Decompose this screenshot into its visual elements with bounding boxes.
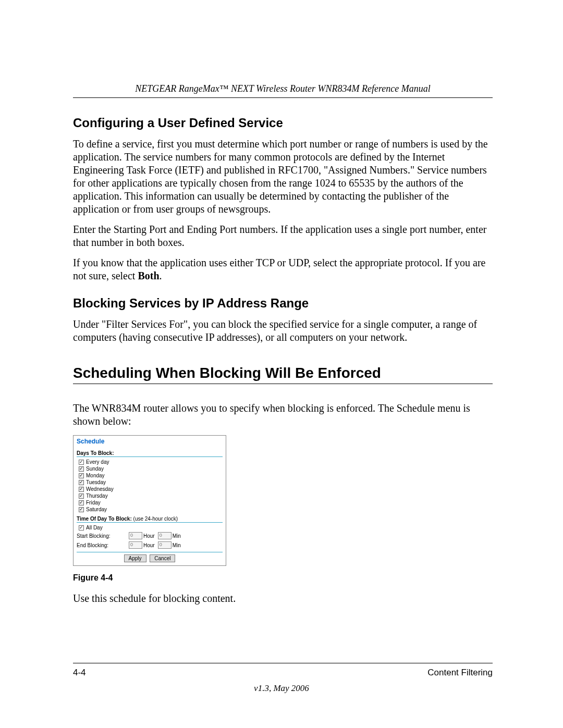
paragraph: Enter the Starting Port and Ending Port … — [73, 223, 493, 249]
schedule-title: Schedule — [77, 438, 223, 445]
checkbox-row-everyday[interactable]: ✓ Every day — [77, 459, 223, 465]
checkbox-label: Sunday — [86, 466, 104, 472]
footer-version: v1.3, May 2006 — [0, 683, 563, 694]
footer-section: Content Filtering — [427, 668, 493, 678]
cancel-button[interactable]: Cancel — [150, 554, 175, 562]
apply-button[interactable]: Apply — [124, 554, 146, 562]
checkbox-label: Saturday — [86, 507, 107, 512]
end-hour-field[interactable]: 0 — [129, 541, 142, 549]
checkbox-label: All Day — [86, 525, 103, 530]
checkbox-row-saturday[interactable]: ✓ Saturday — [77, 506, 223, 513]
time-of-day-heading: Time Of Day To Block: (use 24-hour clock… — [77, 516, 223, 523]
checkbox-icon: ✓ — [79, 525, 84, 530]
start-hour-field[interactable]: 0 — [129, 532, 142, 539]
schedule-panel: Schedule Days To Block: ✓ Every day ✓ Su… — [73, 435, 226, 566]
days-to-block-heading: Days To Block: — [77, 450, 223, 457]
paragraph: If you know that the application uses ei… — [73, 256, 493, 282]
checkbox-row-sunday[interactable]: ✓ Sunday — [77, 465, 223, 472]
start-blocking-row: Start Blocking: 0Hour 0Min — [77, 531, 223, 540]
text: If you know that the application uses ei… — [73, 257, 485, 281]
figure-caption: Figure 4-4 — [73, 573, 493, 583]
checkbox-icon: ✓ — [79, 507, 84, 512]
min-unit: Min — [173, 533, 181, 539]
checkbox-label: Friday — [86, 500, 101, 505]
checkbox-icon: ✓ — [79, 460, 84, 465]
checkbox-icon: ✓ — [79, 473, 84, 478]
text: . — [160, 270, 162, 281]
heading-scheduling: Scheduling When Blocking Will Be Enforce… — [73, 365, 493, 381]
checkbox-icon: ✓ — [79, 500, 84, 505]
checkbox-icon: ✓ — [79, 487, 84, 492]
end-label: End Blocking: — [77, 542, 129, 548]
hour-unit: Hour — [143, 533, 155, 539]
running-header: NETGEAR RangeMax™ NEXT Wireless Router W… — [73, 83, 493, 98]
checkbox-icon: ✓ — [79, 466, 84, 472]
page-number: 4-4 — [73, 668, 86, 678]
checkbox-icon: ✓ — [79, 480, 84, 485]
heading-blocking-ip-range: Blocking Services by IP Address Range — [73, 296, 493, 311]
text: Time Of Day To Block: — [77, 516, 132, 522]
end-blocking-row: End Blocking: 0Hour 0Min — [77, 540, 223, 550]
checkbox-row-friday[interactable]: ✓ Friday — [77, 499, 223, 506]
checkbox-row-thursday[interactable]: ✓ Thursday — [77, 492, 223, 499]
checkbox-label: Thursday — [86, 493, 108, 499]
checkbox-label: Wednesday — [86, 486, 114, 492]
footer-row: 4-4 Content Filtering — [73, 663, 493, 678]
hour-unit: Hour — [143, 542, 155, 548]
checkbox-label: Monday — [86, 473, 105, 478]
checkbox-row-monday[interactable]: ✓ Monday — [77, 472, 223, 479]
start-label: Start Blocking: — [77, 533, 129, 539]
checkbox-icon: ✓ — [79, 493, 84, 499]
checkbox-label: Every day — [86, 459, 109, 465]
min-unit: Min — [173, 542, 181, 548]
paragraph: To define a service, first you must dete… — [73, 138, 493, 216]
paragraph: Use this schedule for blocking content. — [73, 592, 493, 605]
time-hint: (use 24-hour clock) — [133, 516, 178, 522]
end-min-field[interactable]: 0 — [158, 541, 172, 549]
heading-user-defined-service: Configuring a User Defined Service — [73, 116, 493, 130]
bold-both: Both — [138, 270, 159, 281]
paragraph: Under "Filter Services For", you can blo… — [73, 318, 493, 344]
checkbox-row-wednesday[interactable]: ✓ Wednesday — [77, 486, 223, 492]
start-min-field[interactable]: 0 — [158, 532, 172, 539]
paragraph: The WNR834M router allows you to specify… — [73, 402, 493, 428]
checkbox-label: Tuesday — [86, 479, 106, 485]
checkbox-row-allday[interactable]: ✓ All Day — [77, 524, 223, 531]
rule — [73, 384, 493, 384]
checkbox-row-tuesday[interactable]: ✓ Tuesday — [77, 479, 223, 486]
